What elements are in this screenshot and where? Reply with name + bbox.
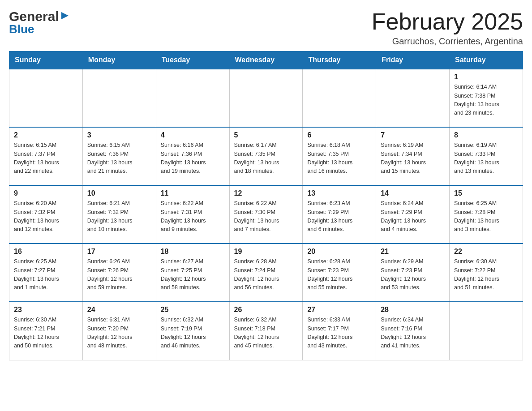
table-row [229, 69, 303, 127]
day-number: 14 [381, 189, 445, 197]
day-info: Sunrise: 6:29 AMSunset: 7:23 PMDaylight:… [381, 257, 445, 292]
day-info: Sunrise: 6:22 AMSunset: 7:31 PMDaylight:… [161, 199, 225, 234]
day-number: 21 [381, 248, 445, 256]
table-row: 12Sunrise: 6:22 AMSunset: 7:30 PMDayligh… [229, 185, 303, 244]
header-wednesday: Wednesday [229, 51, 303, 69]
day-number: 13 [307, 189, 371, 197]
day-number: 11 [161, 189, 225, 197]
day-number: 2 [14, 131, 78, 139]
table-row: 23Sunrise: 6:30 AMSunset: 7:21 PMDayligh… [9, 302, 83, 360]
table-row: 18Sunrise: 6:27 AMSunset: 7:25 PMDayligh… [156, 244, 229, 302]
day-info: Sunrise: 6:32 AMSunset: 7:19 PMDaylight:… [161, 316, 225, 351]
day-number: 19 [234, 248, 298, 256]
logo-chevron-icon [60, 11, 69, 22]
table-row: 2Sunrise: 6:15 AMSunset: 7:37 PMDaylight… [9, 127, 83, 185]
svg-marker-0 [61, 12, 69, 19]
day-info: Sunrise: 6:15 AMSunset: 7:36 PMDaylight:… [87, 141, 151, 176]
table-row [156, 69, 229, 127]
day-number: 9 [14, 189, 78, 197]
day-info: Sunrise: 6:18 AMSunset: 7:35 PMDaylight:… [307, 141, 371, 176]
day-number: 25 [161, 306, 225, 314]
day-info: Sunrise: 6:34 AMSunset: 7:16 PMDaylight:… [381, 316, 445, 351]
table-row: 17Sunrise: 6:26 AMSunset: 7:26 PMDayligh… [82, 244, 156, 302]
day-info: Sunrise: 6:15 AMSunset: 7:37 PMDaylight:… [14, 141, 78, 176]
table-row: 19Sunrise: 6:28 AMSunset: 7:24 PMDayligh… [229, 244, 303, 302]
table-row: 28Sunrise: 6:34 AMSunset: 7:16 PMDayligh… [376, 302, 450, 360]
day-number: 20 [307, 248, 371, 256]
table-row: 16Sunrise: 6:25 AMSunset: 7:27 PMDayligh… [9, 244, 83, 302]
table-row: 27Sunrise: 6:33 AMSunset: 7:17 PMDayligh… [303, 302, 376, 360]
table-row: 13Sunrise: 6:23 AMSunset: 7:29 PMDayligh… [303, 185, 376, 244]
table-row: 10Sunrise: 6:21 AMSunset: 7:32 PMDayligh… [82, 185, 156, 244]
day-number: 5 [234, 131, 298, 139]
table-row [450, 302, 523, 360]
day-info: Sunrise: 6:26 AMSunset: 7:26 PMDaylight:… [87, 257, 151, 292]
day-info: Sunrise: 6:16 AMSunset: 7:36 PMDaylight:… [161, 141, 225, 176]
day-number: 24 [87, 306, 151, 314]
day-info: Sunrise: 6:24 AMSunset: 7:29 PMDaylight:… [381, 199, 445, 234]
day-info: Sunrise: 6:20 AMSunset: 7:32 PMDaylight:… [14, 199, 78, 234]
table-row [9, 69, 83, 127]
header-sunday: Sunday [9, 51, 83, 69]
table-row: 11Sunrise: 6:22 AMSunset: 7:31 PMDayligh… [156, 185, 229, 244]
day-info: Sunrise: 6:30 AMSunset: 7:21 PMDaylight:… [14, 316, 78, 351]
table-row: 8Sunrise: 6:19 AMSunset: 7:33 PMDaylight… [450, 127, 523, 185]
day-info: Sunrise: 6:14 AMSunset: 7:38 PMDaylight:… [454, 83, 518, 118]
day-number: 23 [14, 306, 78, 314]
day-number: 10 [87, 189, 151, 197]
table-row: 1Sunrise: 6:14 AMSunset: 7:38 PMDaylight… [450, 69, 523, 127]
header-monday: Monday [82, 51, 156, 69]
day-info: Sunrise: 6:30 AMSunset: 7:22 PMDaylight:… [454, 257, 518, 292]
day-number: 4 [161, 131, 225, 139]
day-number: 28 [381, 306, 445, 314]
calendar-table: Sunday Monday Tuesday Wednesday Thursday… [9, 51, 523, 360]
title-section: February 2025 Garruchos, Corrientes, Arg… [372, 9, 523, 47]
calendar-week-row: 9Sunrise: 6:20 AMSunset: 7:32 PMDaylight… [9, 185, 523, 244]
header-tuesday: Tuesday [156, 51, 229, 69]
table-row: 6Sunrise: 6:18 AMSunset: 7:35 PMDaylight… [303, 127, 376, 185]
day-number: 27 [307, 306, 371, 314]
header-friday: Friday [376, 51, 450, 69]
day-info: Sunrise: 6:17 AMSunset: 7:35 PMDaylight:… [234, 141, 298, 176]
logo-general-text: General [9, 9, 59, 24]
table-row: 4Sunrise: 6:16 AMSunset: 7:36 PMDaylight… [156, 127, 229, 185]
table-row: 26Sunrise: 6:32 AMSunset: 7:18 PMDayligh… [229, 302, 303, 360]
table-row: 9Sunrise: 6:20 AMSunset: 7:32 PMDaylight… [9, 185, 83, 244]
day-info: Sunrise: 6:33 AMSunset: 7:17 PMDaylight:… [307, 316, 371, 351]
table-row: 14Sunrise: 6:24 AMSunset: 7:29 PMDayligh… [376, 185, 450, 244]
day-info: Sunrise: 6:25 AMSunset: 7:28 PMDaylight:… [454, 199, 518, 234]
day-number: 6 [307, 131, 371, 139]
table-row: 15Sunrise: 6:25 AMSunset: 7:28 PMDayligh… [450, 185, 523, 244]
day-info: Sunrise: 6:22 AMSunset: 7:30 PMDaylight:… [234, 199, 298, 234]
day-number: 22 [454, 248, 518, 256]
day-info: Sunrise: 6:23 AMSunset: 7:29 PMDaylight:… [307, 199, 371, 234]
day-number: 15 [454, 189, 518, 197]
day-number: 8 [454, 131, 518, 139]
day-number: 12 [234, 189, 298, 197]
calendar-week-row: 1Sunrise: 6:14 AMSunset: 7:38 PMDaylight… [9, 69, 523, 127]
calendar-week-row: 23Sunrise: 6:30 AMSunset: 7:21 PMDayligh… [9, 302, 523, 360]
day-info: Sunrise: 6:25 AMSunset: 7:27 PMDaylight:… [14, 257, 78, 292]
table-row: 25Sunrise: 6:32 AMSunset: 7:19 PMDayligh… [156, 302, 229, 360]
day-info: Sunrise: 6:28 AMSunset: 7:24 PMDaylight:… [234, 257, 298, 292]
day-info: Sunrise: 6:19 AMSunset: 7:34 PMDaylight:… [381, 141, 445, 176]
table-row: 22Sunrise: 6:30 AMSunset: 7:22 PMDayligh… [450, 244, 523, 302]
day-number: 18 [161, 248, 225, 256]
day-number: 7 [381, 131, 445, 139]
table-row: 20Sunrise: 6:28 AMSunset: 7:23 PMDayligh… [303, 244, 376, 302]
table-row [376, 69, 450, 127]
month-title: February 2025 [372, 9, 523, 34]
table-row [82, 69, 156, 127]
table-row: 3Sunrise: 6:15 AMSunset: 7:36 PMDaylight… [82, 127, 156, 185]
logo-blue-text: Blue [9, 22, 34, 36]
table-row: 24Sunrise: 6:31 AMSunset: 7:20 PMDayligh… [82, 302, 156, 360]
day-info: Sunrise: 6:28 AMSunset: 7:23 PMDaylight:… [307, 257, 371, 292]
day-info: Sunrise: 6:32 AMSunset: 7:18 PMDaylight:… [234, 316, 298, 351]
day-info: Sunrise: 6:31 AMSunset: 7:20 PMDaylight:… [87, 316, 151, 351]
weekday-header-row: Sunday Monday Tuesday Wednesday Thursday… [9, 51, 523, 69]
day-info: Sunrise: 6:19 AMSunset: 7:33 PMDaylight:… [454, 141, 518, 176]
table-row: 5Sunrise: 6:17 AMSunset: 7:35 PMDaylight… [229, 127, 303, 185]
day-number: 3 [87, 131, 151, 139]
location-title: Garruchos, Corrientes, Argentina [372, 36, 523, 47]
day-number: 1 [454, 73, 518, 81]
